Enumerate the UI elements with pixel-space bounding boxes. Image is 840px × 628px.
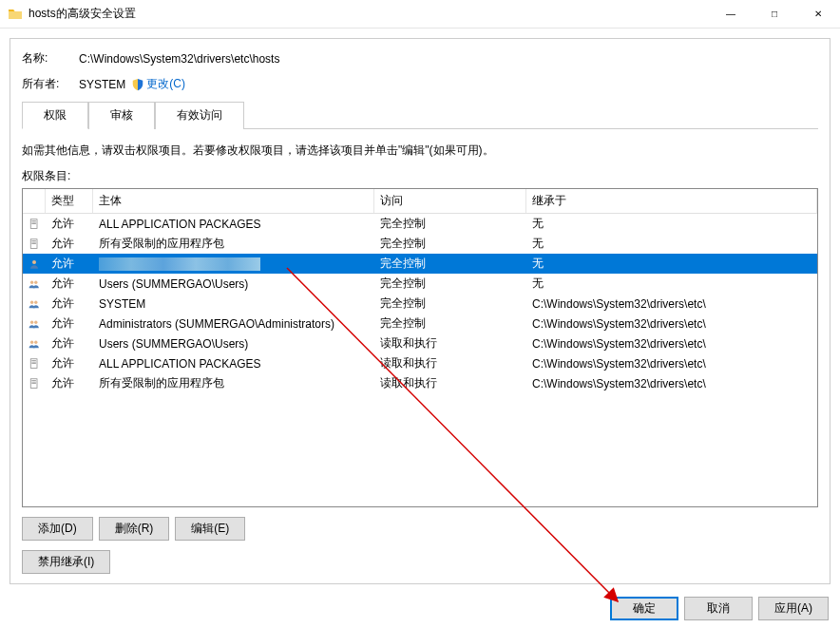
- svg-point-16: [34, 340, 37, 343]
- col-icon: [23, 189, 46, 213]
- titlebar: hosts的高级安全设置 — □ ✕: [0, 0, 840, 29]
- col-type[interactable]: 类型: [46, 189, 93, 213]
- inherit-buttons: 禁用继承(I): [22, 550, 818, 574]
- cell-type: 允许: [46, 314, 93, 333]
- window-title: hosts的高级安全设置: [29, 6, 709, 22]
- minimize-button[interactable]: —: [709, 0, 753, 29]
- svg-point-11: [30, 300, 33, 303]
- hint-text: 如需其他信息，请双击权限项目。若要修改权限项目，请选择该项目并单击"编辑"(如果…: [22, 143, 818, 159]
- dialog-buttons: 确定 取消 应用(A): [610, 597, 829, 620]
- owner-row: 所有者: SYSTEM 更改(C): [22, 76, 818, 92]
- col-principal[interactable]: 主体: [93, 189, 374, 213]
- cell-type: 允许: [46, 274, 93, 294]
- svg-point-14: [34, 320, 37, 323]
- cell-access: 读取和执行: [374, 333, 526, 353]
- permission-listbox[interactable]: 类型 主体 访问 继承于 允许ALL APPLICATION PACKAGES完…: [22, 188, 818, 507]
- shield-icon: [131, 78, 144, 91]
- file-icon: [23, 355, 46, 372]
- owner-label: 所有者:: [22, 76, 79, 92]
- cell-inherit: C:\Windows\System32\drivers\etc\: [526, 295, 817, 313]
- table-row[interactable]: 允许所有受限制的应用程序包完全控制无: [23, 234, 817, 254]
- edit-button[interactable]: 编辑(E): [175, 517, 245, 541]
- name-label: 名称:: [22, 50, 79, 67]
- svg-rect-3: [31, 223, 36, 224]
- file-icon: [23, 216, 46, 233]
- cell-inherit: 无: [526, 234, 817, 254]
- svg-rect-23: [31, 381, 36, 382]
- cell-principal: SYSTEM: [93, 295, 374, 313]
- cell-access: 完全控制: [374, 214, 526, 234]
- maximize-button[interactable]: □: [753, 0, 796, 29]
- ok-button[interactable]: 确定: [610, 597, 678, 620]
- cell-inherit: C:\Windows\System32\drivers\etc\: [526, 315, 817, 333]
- table-row[interactable]: 允许所有受限制的应用程序包读取和执行C:\Windows\System32\dr…: [23, 373, 817, 393]
- svg-rect-7: [31, 243, 36, 244]
- col-access[interactable]: 访问: [374, 189, 526, 213]
- tab-effective[interactable]: 有效访问: [155, 102, 244, 129]
- cell-inherit: C:\Windows\System32\drivers\etc\: [526, 335, 817, 352]
- table-row[interactable]: 允许Users (SUMMERGAO\Users)读取和执行C:\Windows…: [23, 333, 817, 353]
- tabs: 权限 审核 有效访问: [22, 102, 818, 129]
- cell-inherit: 无: [526, 274, 817, 294]
- cell-type: 允许: [46, 234, 93, 254]
- window-buttons: — □ ✕: [709, 0, 840, 29]
- table-row[interactable]: 允许Users (SUMMERGAO\Users)完全控制无: [23, 274, 817, 294]
- cell-principal: 所有受限制的应用程序包: [93, 373, 374, 393]
- svg-rect-2: [31, 221, 36, 222]
- name-value: C:\Windows\System32\drivers\etc\hosts: [79, 52, 279, 66]
- cell-principal: Users (SUMMERGAO\Users): [93, 276, 374, 293]
- svg-rect-18: [31, 360, 36, 361]
- table-row[interactable]: 允许ALL APPLICATION PACKAGES读取和执行C:\Window…: [23, 353, 817, 373]
- change-owner-link[interactable]: 更改(C): [131, 76, 185, 92]
- table-row[interactable]: 允许完全控制无: [23, 254, 817, 274]
- svg-point-9: [30, 280, 33, 283]
- disable-inherit-button[interactable]: 禁用继承(I): [22, 550, 110, 574]
- persons-icon: [23, 276, 46, 293]
- person-icon: [23, 256, 46, 273]
- cell-type: 允许: [46, 254, 93, 274]
- svg-rect-19: [31, 361, 36, 362]
- cell-access: 完全控制: [374, 294, 526, 314]
- cell-type: 允许: [46, 373, 93, 393]
- cell-type: 允许: [46, 333, 93, 353]
- remove-button[interactable]: 删除(R): [99, 517, 170, 541]
- cell-type: 允许: [46, 294, 93, 314]
- svg-rect-5: [31, 240, 36, 241]
- cell-access: 读取和执行: [374, 373, 526, 393]
- table-row[interactable]: 允许ALL APPLICATION PACKAGES完全控制无: [23, 214, 817, 234]
- folder-icon: [8, 7, 23, 22]
- table-row[interactable]: 允许Administrators (SUMMERGAO\Administrato…: [23, 314, 817, 333]
- file-icon: [23, 236, 46, 253]
- cell-access: 完全控制: [374, 234, 526, 254]
- col-inherit[interactable]: 继承于: [526, 189, 817, 213]
- cell-principal: [93, 255, 374, 273]
- action-buttons: 添加(D) 删除(R) 编辑(E): [22, 517, 818, 541]
- cell-access: 完全控制: [374, 314, 526, 333]
- svg-point-13: [30, 320, 33, 323]
- owner-value: SYSTEM: [79, 78, 125, 91]
- cell-principal: 所有受限制的应用程序包: [93, 234, 374, 254]
- table-row[interactable]: 允许SYSTEM完全控制C:\Windows\System32\drivers\…: [23, 294, 817, 314]
- svg-point-10: [34, 280, 37, 283]
- cell-inherit: 无: [526, 254, 817, 274]
- persons-icon: [23, 295, 46, 313]
- svg-rect-1: [31, 220, 36, 221]
- cell-inherit: 无: [526, 214, 817, 234]
- tab-auditing[interactable]: 审核: [88, 102, 155, 129]
- svg-rect-6: [31, 241, 36, 242]
- cell-principal: ALL APPLICATION PACKAGES: [93, 355, 374, 372]
- content-frame: 名称: C:\Windows\System32\drivers\etc\host…: [10, 38, 830, 584]
- apply-button[interactable]: 应用(A): [758, 597, 829, 620]
- cell-access: 读取和执行: [374, 353, 526, 373]
- close-button[interactable]: ✕: [796, 0, 840, 29]
- add-button[interactable]: 添加(D): [22, 517, 93, 541]
- persons-icon: [23, 315, 46, 333]
- file-icon: [23, 375, 46, 392]
- cancel-button[interactable]: 取消: [684, 597, 753, 620]
- tab-permissions[interactable]: 权限: [22, 102, 88, 129]
- list-header: 类型 主体 访问 继承于: [23, 189, 817, 214]
- cell-type: 允许: [46, 353, 93, 373]
- cell-inherit: C:\Windows\System32\drivers\etc\: [526, 355, 817, 372]
- cell-principal: Users (SUMMERGAO\Users): [93, 335, 374, 352]
- cell-access: 完全控制: [374, 274, 526, 294]
